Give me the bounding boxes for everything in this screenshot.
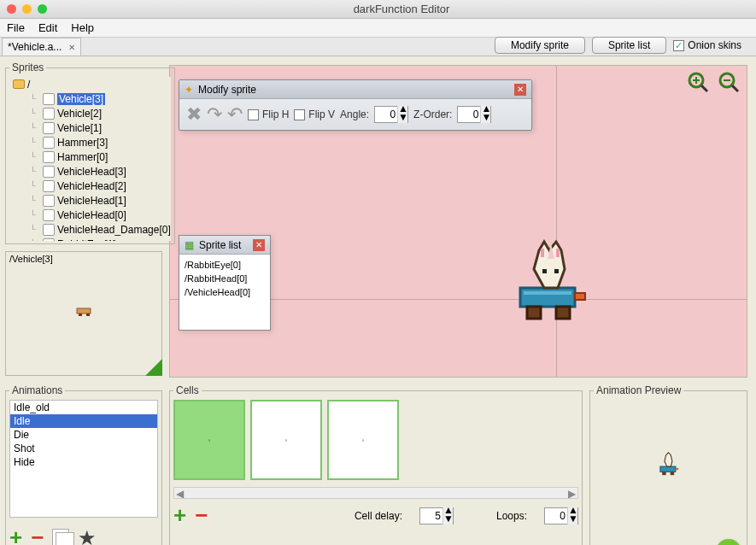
menu-edit[interactable]: Edit [38, 21, 57, 34]
spinner-down-icon[interactable]: ▼ [398, 114, 407, 123]
tree-item-label: VehicleHead[3] [57, 166, 126, 178]
cells-scrollbar[interactable]: ◀▶ [173, 487, 578, 499]
sprite-thumbnail-panel: /Vehicle[3] [5, 251, 162, 376]
tree-item-label: VehicleHead[1] [57, 195, 126, 207]
sprites-tree[interactable]: / └Vehicle[3] └Vehicle[2] └Vehicle[1] └H… [9, 77, 171, 241]
svg-rect-10 [556, 307, 570, 319]
wand-icon: ✦ [185, 84, 193, 96]
tree-root-label: / [27, 79, 30, 91]
window-minimize-button[interactable] [22, 4, 32, 14]
cell-delay-label: Cell delay: [355, 510, 402, 522]
tree-item[interactable]: └Vehicle[3] [9, 91, 171, 106]
menu-help[interactable]: Help [71, 21, 94, 34]
window-zoom-button[interactable] [38, 4, 47, 14]
onion-skins-label: Onion skins [688, 39, 741, 51]
spinner-down-icon[interactable]: ▼ [443, 516, 453, 524]
animation-item[interactable]: Hide [10, 455, 157, 469]
animations-list[interactable]: Idle_old Idle Die Shot Hide [9, 400, 158, 518]
menu-file[interactable]: File [7, 21, 25, 34]
file-icon [43, 122, 55, 134]
panel-close-icon[interactable]: ✕ [253, 239, 265, 251]
window-close-button[interactable] [7, 4, 16, 14]
svg-rect-18 [77, 308, 91, 314]
tree-item[interactable]: └Vehicle[1] [9, 120, 171, 135]
tree-item[interactable]: └Vehicle[2] [9, 106, 171, 120]
svg-rect-19 [79, 314, 82, 316]
svg-rect-24 [675, 468, 677, 470]
flip-h-checkbox[interactable]: Flip H [248, 108, 289, 120]
favorite-animation-button[interactable]: ★ [78, 526, 97, 546]
animation-item[interactable]: Idle [10, 414, 157, 428]
duplicate-animation-button[interactable] [52, 529, 69, 546]
animation-item[interactable]: Idle_old [10, 401, 157, 414]
tree-item[interactable]: └Hammer[0] [9, 149, 171, 164]
resize-handle-icon[interactable] [145, 359, 162, 376]
tree-item[interactable]: └RabbitEye[1] [9, 237, 171, 241]
add-animation-button[interactable]: + [9, 524, 22, 545]
file-icon [43, 166, 55, 178]
svg-rect-11 [575, 293, 585, 300]
sprite-list-item[interactable]: /RabbitHead[0] [185, 272, 265, 285]
sprite-thumbnail-art [76, 307, 93, 319]
spinner-down-icon[interactable]: ▼ [568, 516, 577, 524]
file-icon [43, 151, 55, 163]
sprite-canvas[interactable]: Modify sprite Sprite list ✓ Onion skins … [169, 65, 747, 378]
onion-skins-checkbox[interactable]: ✓ Onion skins [673, 39, 741, 51]
document-tab[interactable]: *Vehicle.a... ✕ [2, 38, 81, 56]
undo-icon[interactable]: ↶ [227, 103, 243, 126]
animation-item[interactable]: Shot [10, 442, 157, 455]
delete-icon[interactable]: ✖ [186, 103, 202, 126]
cell-frame[interactable]: ◦ [173, 400, 245, 480]
redo-icon[interactable]: ↷ [207, 103, 222, 126]
tree-item[interactable]: └VehicleHead[0] [9, 208, 171, 222]
zorder-spinner[interactable]: ▲▼ [457, 106, 491, 123]
file-icon [43, 209, 55, 221]
remove-animation-button[interactable]: − [31, 524, 44, 545]
sprite-preview-art [508, 235, 594, 320]
preview-canvas [594, 400, 743, 531]
sprite-list-button[interactable]: Sprite list [592, 37, 666, 54]
sprite-list-item[interactable]: /RabbitEye[0] [185, 258, 265, 272]
loops-input[interactable] [545, 509, 567, 523]
modify-sprite-panel[interactable]: ✦ Modify sprite ✕ ✖ ↷ ↶ Flip H Flip V An… [179, 79, 532, 131]
tree-item[interactable]: └VehicleHead[1] [9, 193, 171, 208]
remove-cell-button[interactable]: − [195, 502, 208, 529]
add-cell-button[interactable]: + [173, 502, 186, 529]
tree-item[interactable]: └VehicleHead_Damage[0] [9, 222, 171, 237]
zoom-out-icon[interactable] [718, 71, 740, 93]
angle-input[interactable] [375, 108, 397, 121]
cell-frame[interactable]: ◦ [250, 400, 322, 480]
tree-item-label: VehicleHead[0] [57, 209, 126, 221]
window-title: darkFunction Editor [47, 3, 756, 15]
sprite-list-label: Sprite list [608, 39, 650, 51]
tab-close-icon[interactable]: ✕ [68, 43, 75, 52]
tree-item[interactable]: └VehicleHead[2] [9, 179, 171, 193]
zorder-input[interactable] [458, 108, 480, 121]
tree-item[interactable]: └Hammer[3] [9, 135, 171, 149]
sprite-list-body: /RabbitEye[0] /RabbitHead[0] /VehicleHea… [179, 255, 270, 330]
play-button[interactable] [716, 539, 741, 545]
svg-rect-21 [659, 466, 675, 472]
flip-v-checkbox[interactable]: Flip V [294, 108, 335, 120]
animation-item[interactable]: Die [10, 428, 157, 442]
tree-item[interactable]: └VehicleHead[3] [9, 164, 171, 179]
animations-legend: Animations [9, 384, 65, 396]
cell-frame[interactable]: ◦ [327, 400, 399, 480]
tree-root[interactable]: / [9, 77, 171, 91]
file-icon [43, 195, 55, 207]
loops-spinner[interactable]: ▲▼ [544, 507, 578, 524]
file-icon [43, 108, 55, 120]
panel-close-icon[interactable]: ✕ [514, 84, 526, 96]
sprite-list-item[interactable]: /VehicleHead[0] [185, 285, 265, 299]
svg-rect-22 [662, 472, 665, 475]
preview-legend: Animation Preview [594, 384, 683, 396]
menubar: File Edit Help [0, 19, 756, 38]
angle-spinner[interactable]: ▲▼ [374, 106, 408, 123]
cell-delay-spinner[interactable]: ▲▼ [419, 507, 454, 524]
sprite-list-panel[interactable]: ▦ Sprite list ✕ /RabbitEye[0] /RabbitHea… [179, 235, 271, 331]
modify-sprite-button[interactable]: Modify sprite [495, 37, 585, 54]
cell-delay-input[interactable] [420, 509, 442, 523]
angle-label: Angle: [340, 108, 369, 120]
zoom-in-icon[interactable] [687, 71, 709, 93]
spinner-down-icon[interactable]: ▼ [481, 114, 490, 123]
